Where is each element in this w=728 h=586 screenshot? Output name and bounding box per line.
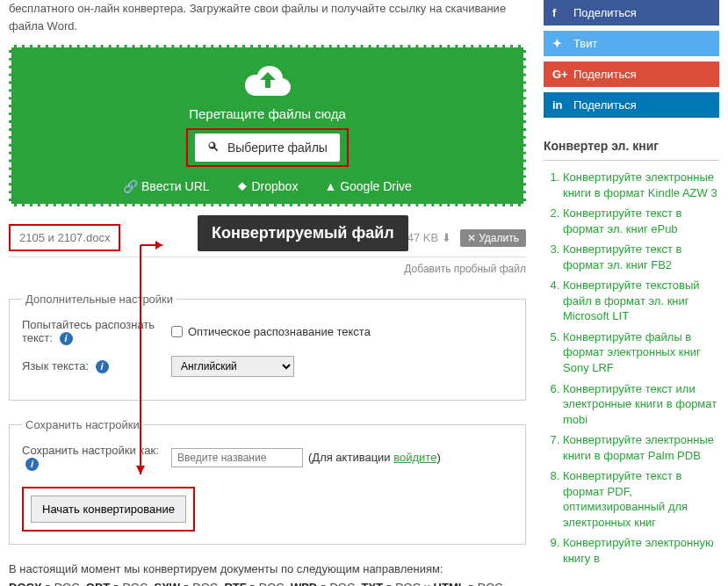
sidebar-item[interactable]: Конвертируйте файлы в формат электронных… [563,330,701,374]
sidebar-item[interactable]: Конвертируйте электронную книгу в [563,536,714,565]
info-icon[interactable]: i [25,458,39,471]
additional-settings: Дополнительные настройки Попытайтесь рас… [9,293,526,401]
login-link[interactable]: войдите [393,451,436,464]
gdrive-link[interactable]: ▲ Google Drive [324,179,411,193]
file-name: 2105 и 2107.docx [9,224,120,251]
gplus-icon: G+ [552,68,566,81]
annotation-box-choose: Выберите файлы [186,128,349,167]
save-as-label: Сохранить настройки как: i [22,444,171,471]
intro-text: бесплатного он-лайн конвертера. Загружай… [9,0,526,34]
add-more-link[interactable]: Добавить пробный файл [9,263,526,275]
file-row: 2105 и 2107.docx Конвертируемый файл 24.… [9,219,526,257]
choose-files-label: Выберите файлы [227,141,328,155]
delete-button[interactable]: ✕ Удалить [460,229,526,247]
annotation-box-start: Начать конвертирование [22,487,195,532]
start-convert-button[interactable]: Начать конвертирование [31,496,186,523]
share-facebook[interactable]: fПоделиться [544,0,719,25]
share-google[interactable]: G+Поделиться [544,61,719,87]
annotation-tooltip: Конвертируемый файл [198,215,408,251]
sidebar-item[interactable]: Конвертируйте текст в формат эл. книг eP… [563,206,681,235]
sidebar-item[interactable]: Конвертируйте текст в формат эл. книг FB… [563,242,681,271]
save-legend: Сохранить настройки [22,418,143,431]
dropbox-link[interactable]: ⯁ Dropbox [236,179,299,193]
sidebar-item[interactable]: Конвертируйте электронные книги в формат… [563,433,714,462]
lang-select[interactable]: Английский [171,356,294,377]
linkedin-icon: in [552,98,566,112]
facebook-icon: f [552,6,566,19]
sidebar-title: Конвертер эл. книг [544,132,719,161]
save-hint: (Для активации войдите) [308,451,441,464]
sidebar-item[interactable]: Конвертируйте электронные книги в формат… [563,170,717,199]
sidebar-list: Конвертируйте электронные книги в формат… [544,170,719,567]
enter-url-link[interactable]: 🔗 Ввести URL [123,179,209,193]
choose-files-button[interactable]: Выберите файлы [195,134,340,162]
sidebar-item[interactable]: Конвертируйте текст или электронные книг… [563,382,717,426]
share-linkedin[interactable]: inПоделиться [544,92,719,118]
ocr-checkbox-label: Оптическое распознавание текста [188,325,371,338]
lang-label: Язык текста: i [22,359,171,373]
info-icon[interactable]: i [96,360,109,373]
twitter-icon: ✦ [552,37,566,50]
download-icon: ⬇ [442,231,451,244]
dropzone[interactable]: Перетащите файлы сюда Выберите файлы 🔗 В… [9,45,526,206]
upload-cloud-icon [244,63,292,98]
search-icon [207,141,222,155]
dropzone-links: 🔗 Ввести URL ⯁ Dropbox ▲ Google Drive [22,179,513,193]
sidebar-item[interactable]: Конвертируйте текст в формат PDF, оптими… [563,469,688,529]
settings-legend: Дополнительные настройки [22,293,177,306]
link-icon: 🔗 [123,179,138,193]
save-name-input[interactable] [171,448,303,467]
gdrive-icon: ▲ [324,179,336,193]
footer-text: В настоящий момент мы конвертируем докум… [9,561,526,586]
dropbox-icon: ⯁ [236,179,249,193]
drag-text: Перетащите файлы сюда [22,106,513,121]
save-settings: Сохранить настройки Сохранить настройки … [9,418,526,545]
info-icon[interactable]: i [60,332,73,345]
sidebar-item[interactable]: Конвертируйте текстовый файл в формат эл… [563,279,700,322]
ocr-label: Попытайтесь распознать текст: i [22,318,171,345]
ocr-checkbox[interactable] [171,326,183,337]
share-twitter[interactable]: ✦Твит [544,31,719,56]
